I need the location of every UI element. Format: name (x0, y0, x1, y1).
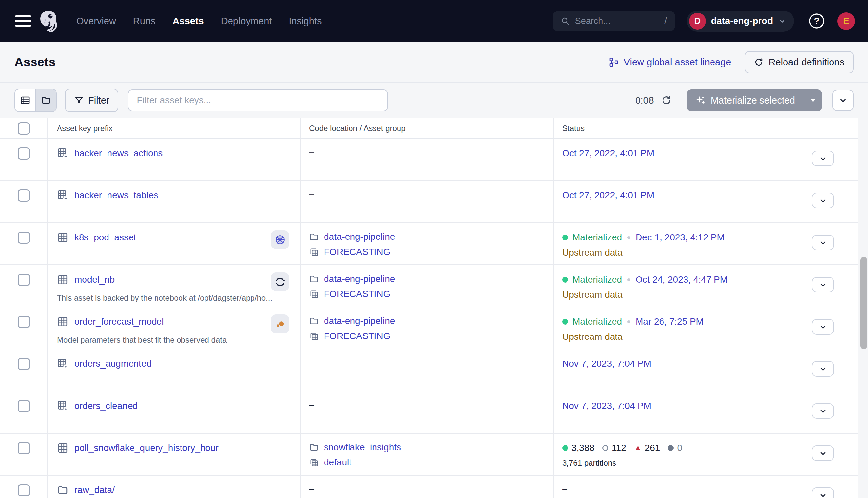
code-location-link[interactable]: data-eng-pipeline (324, 316, 395, 326)
code-location-link[interactable]: data-eng-pipeline (324, 232, 395, 242)
help-button[interactable]: ? (809, 13, 825, 29)
row-checkbox[interactable] (18, 232, 30, 244)
materialization-time-link[interactable]: Oct 24, 2023, 4:47 PM (636, 274, 727, 285)
separator-dot (627, 278, 630, 281)
empty-cell: – (309, 484, 314, 494)
code-location-link[interactable]: snowflake_insights (324, 442, 401, 453)
scrollbar-thumb[interactable] (860, 257, 867, 349)
table-icon (57, 232, 69, 244)
lineage-icon (609, 57, 619, 67)
nav-item-overview[interactable]: Overview (76, 16, 116, 27)
materialized-label: Materialized (572, 316, 622, 327)
help-icon: ? (809, 13, 825, 29)
directory-view-button[interactable] (35, 90, 56, 111)
asset-description: This asset is backed by the notebook at … (57, 293, 272, 303)
materialization-time-link[interactable]: Oct 27, 2022, 4:01 PM (562, 190, 654, 201)
menu-icon[interactable] (15, 15, 31, 27)
view-global-asset-lineage-link[interactable]: View global asset lineage (609, 57, 731, 68)
materialization-time-link[interactable]: Oct 27, 2022, 4:01 PM (562, 148, 654, 159)
dagster-logo-icon (39, 10, 58, 32)
row-expand-button[interactable] (812, 235, 834, 250)
folder-icon (309, 442, 319, 452)
materialize-options-caret[interactable] (804, 90, 822, 111)
chevron-down-icon (839, 96, 847, 105)
reload-definitions-button[interactable]: Reload definitions (745, 51, 854, 73)
chevron-down-icon (819, 407, 827, 415)
row-expand-button[interactable] (812, 445, 834, 461)
row-checkbox[interactable] (18, 484, 30, 496)
chevron-down-icon (819, 197, 827, 205)
nav-item-deployment[interactable]: Deployment (221, 16, 272, 27)
table-icon (57, 274, 69, 286)
asset-group-link[interactable]: FORECASTING (324, 289, 390, 299)
row-checkbox[interactable] (18, 189, 30, 202)
row-expand-button[interactable] (812, 403, 834, 419)
asset-group-link[interactable]: FORECASTING (324, 247, 390, 257)
stale-dot-icon (668, 445, 674, 451)
materialization-time-link[interactable]: Mar 26, 7:25 PM (636, 316, 704, 327)
materialize-selected-label: Materialize selected (711, 95, 795, 106)
primary-nav: OverviewRunsAssetsDeploymentInsights (76, 16, 322, 27)
asset-link[interactable]: model_nb (74, 274, 115, 285)
asset-link[interactable]: orders_augmented (74, 358, 151, 369)
row-checkbox[interactable] (18, 442, 30, 454)
materialization-time-link[interactable]: Nov 7, 2023, 7:04 PM (562, 401, 651, 411)
noteable-icon (274, 276, 286, 288)
row-checkbox[interactable] (18, 316, 30, 328)
asset-group-link[interactable]: default (324, 457, 351, 468)
page-header: Assets View global asset lineage Reload … (0, 42, 868, 83)
nav-item-runs[interactable]: Runs (133, 16, 156, 27)
table-icon (57, 316, 69, 328)
row-expand-button[interactable] (812, 150, 834, 166)
row-checkbox[interactable] (18, 274, 30, 286)
asset-link[interactable]: orders_cleaned (74, 401, 138, 411)
deployment-switcher[interactable]: D data-eng-prod (687, 11, 794, 31)
asset-link[interactable]: raw_data/ (74, 485, 115, 495)
code-location-link[interactable]: data-eng-pipeline (324, 274, 395, 284)
asset-link[interactable]: k8s_pod_asset (74, 232, 136, 243)
asset-link[interactable]: order_forecast_model (74, 316, 164, 327)
assets-table: Asset key prefix Code location / Asset g… (0, 118, 858, 498)
table-row: model_nbThis asset is backed by the note… (0, 265, 858, 307)
assets-page: OverviewRunsAssetsDeploymentInsights Sea… (0, 0, 868, 498)
nav-item-assets[interactable]: Assets (173, 16, 204, 27)
row-expand-button[interactable] (812, 361, 834, 377)
view-mode-toggle (14, 89, 56, 112)
asset-link[interactable]: hacker_news_actions (74, 148, 163, 159)
row-checkbox[interactable] (18, 147, 30, 159)
table-row: order_forecast_modelModel parameters tha… (0, 307, 858, 349)
asset-link[interactable]: poll_snowflake_query_history_hour (74, 443, 219, 453)
refresh-icon (754, 57, 764, 67)
row-expand-button[interactable] (812, 319, 834, 335)
materialization-time-link[interactable]: Nov 7, 2023, 7:04 PM (562, 358, 651, 369)
materialization-time-link[interactable]: Dec 1, 2023, 4:12 PM (636, 232, 725, 243)
asset-group-link[interactable]: FORECASTING (324, 331, 390, 341)
nav-item-insights[interactable]: Insights (289, 16, 322, 27)
global-search-input[interactable]: Search... / (553, 11, 675, 31)
materialized-label: Materialized (572, 274, 622, 285)
row-expand-button[interactable] (812, 277, 834, 292)
asset-group-icon (309, 247, 319, 257)
user-avatar[interactable]: E (838, 13, 855, 30)
table-row: k8s_pod_asset data-eng-pipeline FORECAST… (0, 223, 858, 265)
folder-icon (309, 316, 319, 326)
filter-button[interactable]: Filter (65, 89, 118, 112)
filter-asset-keys-input[interactable] (128, 90, 388, 111)
refresh-button[interactable] (661, 95, 672, 106)
flat-view-button[interactable] (15, 90, 35, 111)
row-expand-button[interactable] (812, 193, 834, 208)
row-expand-button[interactable] (812, 487, 834, 498)
row-checkbox[interactable] (18, 400, 30, 412)
row-checkbox[interactable] (18, 358, 30, 370)
materialize-selected-button[interactable]: Materialize selected (687, 90, 822, 111)
asset-prefix-icon (57, 358, 69, 370)
table-row: hacker_news_tables – Oct 27, 2022, 4:01 … (0, 181, 858, 223)
funnel-icon (74, 96, 83, 105)
select-all-checkbox[interactable] (18, 122, 30, 134)
chevron-down-icon (819, 155, 827, 162)
separator-dot (627, 236, 630, 239)
more-actions-button[interactable] (832, 90, 854, 111)
partition-count: 112 (602, 443, 626, 453)
compute-kind-badge (271, 272, 289, 291)
asset-link[interactable]: hacker_news_tables (74, 190, 158, 201)
